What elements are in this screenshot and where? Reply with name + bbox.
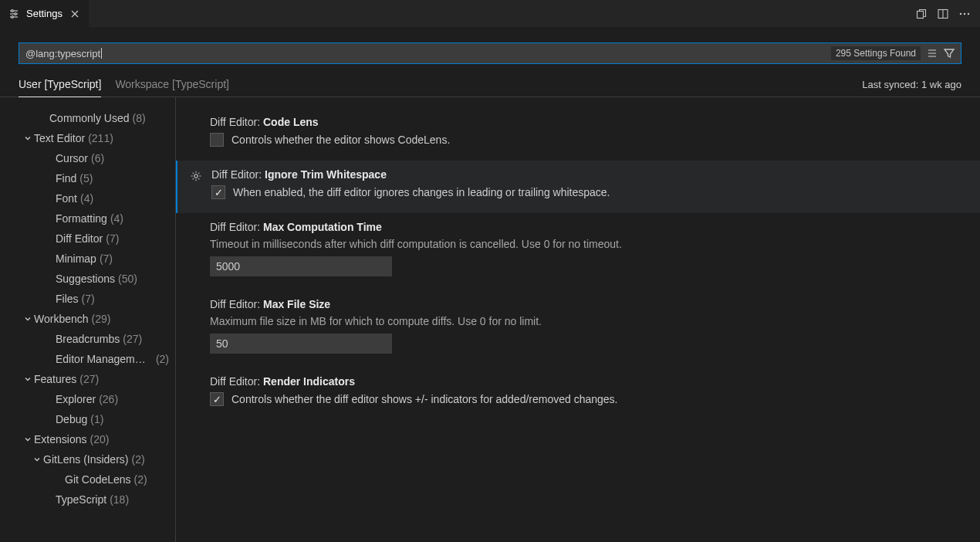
toc-label: TypeScript <box>56 493 106 506</box>
checkbox-code-lens[interactable] <box>210 133 224 147</box>
toc-count: (8) <box>132 112 145 124</box>
open-settings-json-icon[interactable] <box>915 8 928 20</box>
setting-category: Diff Editor: <box>210 375 263 388</box>
chevron-down-icon <box>22 134 34 143</box>
toc-label: Features <box>34 373 76 385</box>
toc-label: Git CodeLens <box>65 473 131 486</box>
setting-title: Diff Editor: Max File Size <box>210 298 960 310</box>
toc-item[interactable]: Suggestions(50) <box>0 269 175 289</box>
setting-diff-max-computation: Diff Editor: Max Computation Time Timeou… <box>210 213 960 290</box>
toc-label: Minimap <box>56 252 96 265</box>
setting-title: Diff Editor: Ignore Trim Whitespace <box>211 168 960 181</box>
toc-item[interactable]: Workbench(29) <box>0 309 175 329</box>
toc-item[interactable]: TypeScript(18) <box>0 489 175 510</box>
toc-item[interactable]: Breadcrumbs(27) <box>0 329 175 349</box>
toc-item[interactable]: Commonly Used(8) <box>0 108 175 128</box>
toc-item[interactable]: Formatting(4) <box>0 208 175 229</box>
setting-category: Diff Editor: <box>211 168 265 181</box>
setting-desc: Controls whether the editor shows CodeLe… <box>231 134 450 146</box>
chevron-down-icon <box>22 435 34 444</box>
toc-item[interactable]: Editor Managem…(2) <box>0 349 175 369</box>
toc-label: Suggestions <box>56 273 115 285</box>
toc-label: GitLens (Insiders) <box>43 453 128 466</box>
toc-item[interactable]: Extensions(20) <box>0 429 175 449</box>
toc-item[interactable]: Find(5) <box>0 168 175 188</box>
toc-item[interactable]: Cursor(6) <box>0 148 175 168</box>
toc-label: Formatting <box>56 212 107 225</box>
toc-item[interactable]: GitLens (Insiders)(2) <box>0 449 175 469</box>
more-actions-icon[interactable] <box>958 8 971 20</box>
toc-count: (26) <box>99 393 118 405</box>
toc-count: (5) <box>79 172 93 185</box>
toc-item[interactable]: Explorer(26) <box>0 389 175 409</box>
svg-point-11 <box>960 12 961 14</box>
toc-item[interactable]: Text Editor(211) <box>0 128 175 148</box>
input-max-computation[interactable] <box>210 256 392 276</box>
toc-count: (27) <box>79 373 99 385</box>
toc-count: (7) <box>106 232 119 245</box>
search-results-count: 295 Settings Found <box>831 46 921 60</box>
setting-desc: Controls whether the diff editor shows +… <box>231 393 618 405</box>
toc-count: (20) <box>90 433 109 445</box>
toc-item[interactable]: Minimap(7) <box>0 249 175 269</box>
toc-count: (211) <box>88 132 113 144</box>
checkbox-ignore-trim[interactable] <box>211 185 225 199</box>
toc-item[interactable]: Diff Editor(7) <box>0 229 175 249</box>
toc-item[interactable]: Git CodeLens(2) <box>0 469 175 489</box>
input-max-file-size[interactable] <box>210 334 392 354</box>
svg-point-3 <box>12 9 14 12</box>
toc-label: Font <box>56 192 77 205</box>
gear-icon[interactable] <box>190 170 202 182</box>
toc-label: Diff Editor <box>56 232 103 245</box>
toc-count: (18) <box>110 493 129 506</box>
toc-label: Find <box>56 172 76 185</box>
close-icon[interactable] <box>69 8 81 20</box>
settings-search[interactable]: @lang:typescript 295 Settings Found <box>19 42 961 64</box>
setting-title: Diff Editor: Render Indicators <box>210 375 960 388</box>
toc-label: Text Editor <box>34 132 85 144</box>
toc-label: Extensions <box>34 433 86 445</box>
setting-diff-code-lens: Diff Editor: Code Lens Controls whether … <box>210 108 960 161</box>
toc-item[interactable]: Font(4) <box>0 188 175 208</box>
toc-count: (29) <box>92 313 111 325</box>
toc-label: Breadcrumbs <box>56 333 120 345</box>
svg-point-12 <box>964 12 965 14</box>
settings-content: Diff Editor: Code Lens Controls whether … <box>176 97 980 542</box>
toc-count: (7) <box>100 252 113 265</box>
toc-item[interactable]: Files(7) <box>0 289 175 309</box>
search-value: @lang:typescript <box>25 48 100 59</box>
settings-toc: Commonly Used(8)Text Editor(211)Cursor(6… <box>0 97 176 542</box>
toc-label: Editor Managem… <box>56 353 146 365</box>
search-input[interactable] <box>102 48 831 59</box>
chevron-down-icon <box>22 314 34 324</box>
setting-category: Diff Editor: <box>210 221 263 233</box>
toc-count: (7) <box>82 293 95 305</box>
toc-count: (2) <box>156 353 175 365</box>
svg-rect-8 <box>917 11 924 18</box>
toc-item[interactable]: Debug(1) <box>0 409 175 429</box>
toc-label: Cursor <box>56 152 88 164</box>
svg-point-5 <box>12 15 14 18</box>
setting-desc: When enabled, the diff editor ignores ch… <box>233 186 610 198</box>
chevron-down-icon <box>22 374 34 384</box>
clear-search-icon[interactable] <box>924 45 941 62</box>
setting-name: Max Computation Time <box>263 221 382 233</box>
setting-diff-max-file-size: Diff Editor: Max File Size Maximum file … <box>210 290 960 368</box>
toc-count: (4) <box>80 192 93 205</box>
tab-workspace[interactable]: Workspace [TypeScript] <box>115 73 229 97</box>
toc-count: (1) <box>90 413 103 425</box>
setting-title: Diff Editor: Code Lens <box>210 116 960 128</box>
tab-user[interactable]: User [TypeScript] <box>19 73 101 97</box>
settings-tab[interactable]: Settings <box>0 0 89 27</box>
toc-label: Workbench <box>34 313 89 325</box>
setting-desc: Maximum file size in MB for which to com… <box>210 315 960 327</box>
tab-title: Settings <box>26 8 63 19</box>
toc-count: (2) <box>131 453 144 466</box>
setting-diff-render-indicators: Diff Editor: Render Indicators Controls … <box>210 368 960 420</box>
setting-category: Diff Editor: <box>210 298 263 310</box>
toc-item[interactable]: Features(27) <box>0 369 175 389</box>
split-editor-icon[interactable] <box>937 8 949 20</box>
filter-icon[interactable] <box>941 45 958 62</box>
toc-label: Debug <box>56 413 87 425</box>
checkbox-render-indicators[interactable] <box>210 392 224 406</box>
